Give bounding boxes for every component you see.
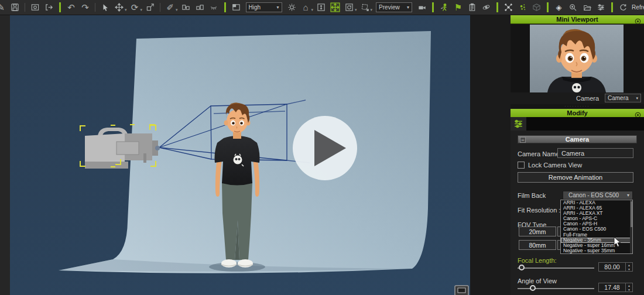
spin-up-icon[interactable]: ▲ [626,263,632,267]
dropdown-option[interactable]: Negative - super 16mm [561,243,632,248]
move-tool-caret[interactable]: ▾ [125,8,127,15]
angle-of-view-slider-track[interactable] [518,288,594,289]
pan-view-active-icon[interactable] [328,1,342,14]
mini-viewport-header[interactable]: Mini Viewport [511,15,644,24]
angle-of-view-spin-buttons[interactable]: ▲ ▼ [625,283,632,291]
spin-up-icon[interactable]: ▲ [626,283,632,287]
link-icon[interactable] [179,1,193,14]
spin-down-icon[interactable]: ▼ [626,267,632,271]
flag-icon[interactable]: ⚑ [451,1,465,14]
orbit-view-caret[interactable]: ▾ [355,8,357,15]
mini-viewport-camera-row: Camera Camera ▾ [511,92,644,104]
scale-tool-icon[interactable] [143,1,157,14]
toolbar-green-divider [611,2,613,12]
home-view-caret[interactable]: ▾ [311,8,314,15]
actor-motion-icon[interactable] [437,1,451,14]
focal-length-slider-track[interactable] [518,267,594,269]
modify-header[interactable]: Modify [511,109,644,118]
mini-camera-select[interactable]: Camera ▾ [605,94,641,102]
dropdown-option[interactable]: Canon - EOS C500 [561,227,632,232]
clipboard-icon[interactable] [465,1,479,14]
tab-modify-settings[interactable] [511,117,526,131]
motion-orbit-icon[interactable] [479,1,493,14]
mini-camera-label: Camera [576,95,599,102]
move-tool-icon[interactable] [112,1,126,14]
select-tool-icon[interactable] [98,1,112,14]
fov-20mm-label: 20mm [529,228,546,235]
lock-camera-view-checkbox[interactable] [518,162,525,169]
toolbar-green-divider [432,2,434,12]
camera-record-icon[interactable] [415,1,429,14]
focal-length-spinbox[interactable]: 80.00 ▲ ▼ [598,262,633,272]
dropdown-option[interactable]: ARRI - ALEXA [561,200,632,205]
angle-of-view-spinbox[interactable]: 17.48 ▲ ▼ [598,283,633,292]
toolbar-separator [25,3,25,12]
mini-viewport-preview[interactable] [511,24,644,92]
free-transform-caret[interactable]: ▾ [371,8,373,15]
mini-viewport-render [530,25,624,92]
dock-layout-icon[interactable] [229,1,243,14]
edit-mesh-caret[interactable]: ▾ [176,8,178,15]
viewport-3d[interactable] [10,15,470,295]
unlink-icon[interactable] [193,1,207,14]
camera-name-value: Camera [561,150,584,157]
hide-eyelash-icon[interactable] [207,1,221,14]
redo-icon[interactable]: ↷ [78,1,92,14]
film-back-combo[interactable]: Canon - EOS C500 ▾ [563,191,633,200]
dropdown-option[interactable]: Canon - APS-C [561,216,632,221]
quality-caret: ▾ [277,5,279,10]
ambient-light-icon[interactable] [285,1,299,14]
dropdown-option[interactable]: Negative - super 35mm [561,248,632,253]
camera-section-bar[interactable]: − Camera [518,135,637,143]
film-back-label: Film Back [518,192,546,199]
remove-animation-button[interactable]: Remove Animation [518,172,633,183]
orbit-view-icon[interactable] [342,1,356,14]
dropdown-scrollbar[interactable] [630,200,632,253]
save-icon[interactable] [8,1,22,14]
undo-icon[interactable]: ↶ [64,1,78,14]
fov-80mm-button[interactable]: 80mm [519,240,556,250]
preview-select[interactable]: Preview ▾ [376,2,412,12]
focal-length-slider-handle[interactable] [519,265,525,270]
prop-cube-icon[interactable] [530,1,543,14]
free-transform-icon[interactable] [358,1,372,14]
zoom-settings-icon[interactable] [566,1,580,14]
refresh-icon[interactable] [616,1,630,14]
focal-length-spin-buttons[interactable]: ▲ ▼ [625,263,632,271]
refresh-label[interactable]: Refresh [632,4,644,11]
angle-of-view-slider-handle[interactable] [530,285,536,291]
spin-down-icon[interactable]: ▼ [626,287,632,291]
toolbar-green-divider [224,2,226,12]
gizmo-diamond-icon[interactable]: ◈ [552,1,566,14]
quality-select[interactable]: High ▾ [246,2,282,12]
dropdown-option[interactable]: ARRI - ALEXA XT [561,211,632,216]
collapse-section-button[interactable]: − [520,137,526,143]
rotate-tool-icon[interactable]: ⟳ [128,1,142,14]
particle-nodes-icon[interactable] [502,1,515,14]
particle-emitter-icon[interactable] [516,1,529,14]
dropdown-option[interactable]: Full-Frame [561,232,632,238]
render-image-icon[interactable] [28,1,42,14]
edit-pencil-icon[interactable]: ✎ [0,1,8,14]
edit-mesh-icon[interactable]: ✐ [163,1,177,14]
remove-animation-label: Remove Animation [549,174,602,181]
open-folder-icon[interactable] [580,1,594,14]
home-view-icon[interactable]: ⌂ [299,1,313,14]
toolbar-green-divider [59,2,61,12]
left-edge-strip [0,15,10,295]
fov-20mm-button[interactable]: 20mm [519,227,556,236]
panel-drag-handle[interactable]: ·········· [511,104,644,109]
camera-name-input[interactable]: Camera [557,148,633,158]
dropdown-option[interactable]: Canon - APS-H [561,221,632,227]
render-settings-icon[interactable] [594,1,608,14]
viewport-camera-toggle-icon[interactable] [455,286,468,295]
dropdown-option-highlighted[interactable]: Negative - 35mm [561,238,632,243]
mouse-cursor [614,236,621,250]
fit-view-icon[interactable] [314,1,328,14]
dropdown-option[interactable]: ARRI - ALEXA 65 [561,205,632,211]
export-icon[interactable] [42,1,56,14]
rotate-tool-caret[interactable]: ▾ [141,8,143,15]
angle-of-view-value: 17.48 [599,283,625,291]
play-button-overlay[interactable] [293,116,357,180]
camera-section-title: Camera [566,136,589,143]
